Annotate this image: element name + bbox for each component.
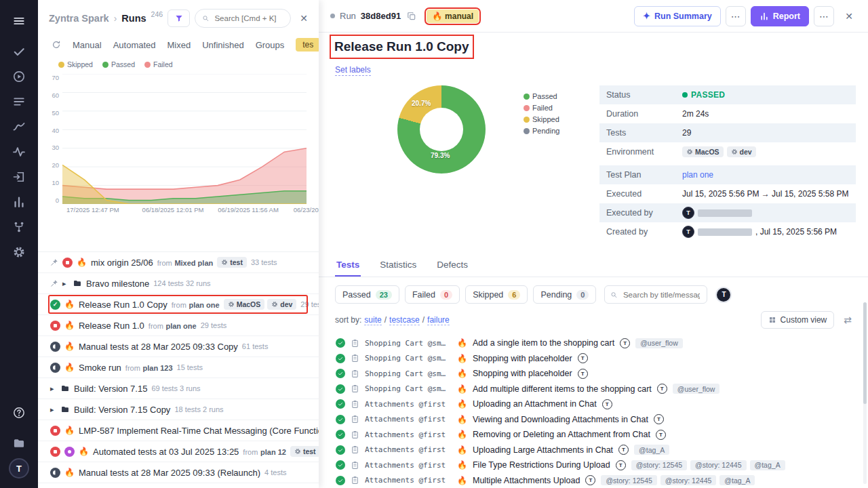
sort-by-testcase[interactable]: testcase (389, 315, 420, 325)
run-title[interactable]: Release Run 1.0 (79, 321, 144, 331)
scrollbar-thumb[interactable] (863, 302, 867, 404)
run-plan[interactable]: from plan one (149, 321, 197, 331)
test-row[interactable]: Attachments @first 🔥 Uploading Large Att… (319, 443, 868, 458)
list-icon[interactable] (6, 89, 32, 114)
run-plan[interactable]: from Mixed plan (157, 258, 213, 268)
tab-tests[interactable]: Tests (335, 253, 361, 277)
gear-icon[interactable] (6, 239, 32, 264)
test-title[interactable]: Removing or Deleting an Attachment from … (473, 430, 650, 439)
test-suite-label[interactable]: Shopping Cart @sm… (365, 369, 452, 378)
test-row[interactable]: Attachments @first 🔥 File Type Restricti… (319, 458, 868, 473)
test-title[interactable]: Uploading Large Attachments in Chat (473, 445, 613, 455)
assignee-avatar[interactable]: T (585, 475, 595, 485)
folder-icon[interactable] (6, 430, 32, 455)
plan-name[interactable]: plan one (165, 322, 196, 330)
test-title[interactable]: File Type Restrictions During Upload (473, 460, 610, 470)
tests-scrollbar[interactable] (863, 302, 867, 484)
test-row[interactable]: Attachments @first 🔥 Multiple Attachment… (319, 473, 868, 488)
breadcrumb-section[interactable]: Runs (121, 13, 146, 24)
sort-by-failure[interactable]: failure (427, 315, 450, 325)
assignee-avatar[interactable]: T (620, 338, 630, 348)
trend-icon[interactable] (6, 114, 32, 139)
test-title[interactable]: Add multiple different items to the shop… (473, 384, 652, 394)
tag-badge[interactable]: @tag_A (634, 445, 669, 455)
test-suite-label[interactable]: Shopping Cart @sm… (365, 339, 452, 348)
tag-chip[interactable]: tes (296, 38, 319, 52)
chevron-right-icon[interactable]: ▸ (50, 384, 56, 393)
tag-badge[interactable]: @user_flow (635, 338, 683, 348)
help-icon[interactable] (6, 400, 32, 425)
test-title[interactable]: Viewing and Downloading Attachments in C… (473, 415, 648, 424)
assignee-filter-avatar[interactable]: T (715, 287, 732, 303)
run-plan[interactable]: from plan 12 (243, 447, 286, 457)
refresh-icon[interactable] (52, 40, 61, 49)
signin-icon[interactable] (6, 164, 32, 189)
run-list-item[interactable]: 🔥 Smoke run from plan 123 15 tests (38, 357, 319, 378)
plan-name[interactable]: plan one (189, 301, 219, 309)
run-list-item[interactable]: 🔥 LMP-587 Implement Real-Time Chat Messa… (38, 420, 319, 441)
tab-mixed[interactable]: Mixed (167, 40, 191, 50)
assignee-avatar[interactable]: T (616, 460, 626, 470)
run-title[interactable]: Bravo milestone (86, 279, 149, 289)
tab-automated[interactable]: Automated (113, 40, 156, 50)
run-title[interactable]: mix origin 25/06 (91, 258, 153, 268)
check-icon[interactable] (6, 39, 32, 64)
runs-search-input[interactable] (213, 14, 283, 23)
custom-view-button[interactable]: Custom view (761, 311, 835, 329)
branch-icon[interactable] (6, 214, 32, 239)
copy-run-id-button[interactable] (406, 10, 418, 22)
breadcrumb-project[interactable]: Zyntra Spark (49, 13, 109, 24)
test-title[interactable]: Multiple Attachments Upload (473, 476, 580, 485)
run-summary-more-button[interactable]: ⋯ (726, 6, 746, 26)
test-row[interactable]: Shopping Cart @sm… 🔥 Add multiple differ… (319, 382, 868, 397)
plan-name[interactable]: Mixed plan (174, 259, 213, 267)
plan-name[interactable]: plan 12 (260, 448, 286, 456)
tab-manual[interactable]: Manual (73, 40, 102, 50)
test-plan-link[interactable]: plan one (682, 170, 713, 180)
chevron-right-icon[interactable]: ▸ (50, 405, 56, 414)
run-title[interactable]: Build: Version 7.15 Copy (74, 405, 170, 415)
chevron-right-icon[interactable]: ▸ (62, 279, 68, 288)
close-run-button[interactable]: ✕ (839, 6, 859, 26)
assignee-avatar[interactable]: T (656, 430, 666, 440)
run-plan[interactable]: from plan 123 (125, 363, 173, 373)
assignee-avatar[interactable]: T (657, 384, 667, 394)
run-summary-button[interactable]: ✦ Run Summary (634, 6, 721, 26)
run-title[interactable]: Automated tests at 03 Jul 2025 13:25 (93, 447, 239, 457)
run-title[interactable]: LMP-587 Implement Real-Time Chat Messagi… (79, 426, 319, 436)
tab-statistics[interactable]: Statistics (378, 253, 418, 277)
test-row[interactable]: Shopping Cart @sm… 🔥 Add a single item t… (319, 336, 868, 351)
test-suite-label[interactable]: Attachments @first (365, 415, 452, 424)
assignee-avatar[interactable]: T (618, 445, 629, 455)
test-row[interactable]: Attachments @first 🔥 Removing or Deletin… (319, 427, 868, 443)
run-list-item[interactable]: 🔥 Manual tests at 28 Mar 2025 09:33 (Rel… (38, 462, 319, 483)
menu-icon[interactable] (6, 8, 32, 33)
tag-badge[interactable]: @story: 12545 (601, 475, 656, 485)
run-list-item[interactable]: 🔥 Manual tests at 28 Mar 2025 09:33 Copy… (38, 336, 319, 357)
run-title[interactable]: Manual tests at 28 Mar 2025 09:33 Copy (79, 342, 238, 352)
sort-by-suite[interactable]: suite (364, 315, 381, 325)
reorder-icon[interactable]: ⇄ (840, 314, 856, 326)
run-plan[interactable]: from plan one (172, 300, 220, 310)
tag-badge[interactable]: @story: 12545 (631, 460, 687, 470)
pulse-icon[interactable] (6, 139, 32, 164)
test-suite-label[interactable]: Attachments @first (365, 461, 452, 470)
more-options-button[interactable]: ⋯ (814, 6, 834, 26)
run-list-item[interactable]: 🔥 Release Run 1.0 Copy from plan one Mac… (38, 294, 319, 315)
assignee-avatar[interactable]: T (602, 399, 612, 409)
filter-pending[interactable]: Pending0 (533, 285, 596, 304)
test-suite-label[interactable]: Attachments @first (365, 400, 452, 409)
test-suite-label[interactable]: Attachments @first (365, 445, 452, 454)
test-title[interactable]: Shopping with placeholder (473, 369, 572, 378)
test-suite-label[interactable]: Attachments @first (365, 430, 452, 439)
filter-button[interactable] (167, 9, 190, 27)
play-icon[interactable] (6, 64, 32, 89)
tests-search[interactable] (604, 285, 707, 304)
test-title[interactable]: Add a single item to the shopping cart (473, 338, 614, 348)
test-title[interactable]: Shopping with placeholder (473, 354, 572, 363)
tab-unfinished[interactable]: Unfinished (202, 40, 243, 50)
test-row[interactable]: Shopping Cart @sm… 🔥 Shopping with place… (319, 351, 868, 367)
set-labels-link[interactable]: Set labels (335, 65, 371, 76)
assignee-avatar[interactable]: T (578, 353, 588, 363)
tag-badge[interactable]: @user_flow (673, 384, 720, 394)
